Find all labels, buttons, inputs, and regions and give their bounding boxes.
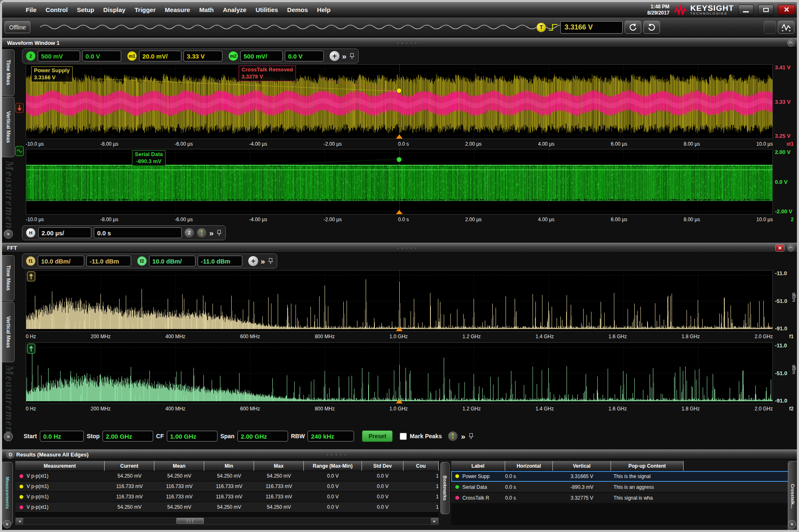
panel-expander-button[interactable]: « — [3, 520, 11, 528]
trigger-source-icon[interactable]: T — [536, 22, 546, 32]
pin-icon[interactable] — [268, 257, 274, 265]
bookmark-row[interactable]: Serial Data 0.0 s -890.3 mV This is an a… — [451, 482, 789, 493]
bookmark-row[interactable]: CrossTalk R 0.0 s 3.32775 V This signal … — [451, 493, 789, 503]
trigger-position-marker[interactable] — [396, 134, 403, 139]
fft-plot-1-canvas[interactable] — [26, 271, 772, 331]
fft-window-header[interactable]: FFT ✕ ◠ — [2, 243, 797, 253]
expand-chevron-icon[interactable]: » — [461, 432, 465, 440]
measurement-row[interactable]: V p-p(xt1) 54.250 mV 54.250 mV 54.250 mV… — [15, 471, 439, 481]
tab-time-meas[interactable]: Time Meas — [2, 49, 15, 96]
touch-button[interactable] — [764, 21, 776, 34]
channel2-marker-icon[interactable] — [15, 146, 24, 156]
center-frequency-marker[interactable] — [396, 327, 403, 331]
menu-item[interactable]: File — [22, 5, 40, 15]
menu-item[interactable]: Display — [100, 5, 129, 15]
results-header[interactable]: Results (Measure All Edges) — [2, 449, 797, 459]
display-options-icon[interactable] — [197, 228, 207, 238]
column-header[interactable]: Mean — [154, 461, 204, 471]
fft-plot-2-canvas[interactable] — [26, 343, 772, 403]
column-header[interactable]: Measurement — [15, 461, 105, 471]
tab-measurements[interactable]: Measurements — [2, 462, 13, 524]
waveform-tools-button[interactable] — [778, 21, 794, 34]
run-state-button[interactable]: Offline — [5, 21, 30, 33]
m1-ground-marker-icon[interactable] — [15, 103, 24, 113]
column-header[interactable]: Horizontal — [505, 461, 553, 471]
tab-vertical-meas[interactable]: Vertical Meas — [2, 302, 15, 362]
menu-item[interactable]: Math — [195, 5, 217, 15]
span-field[interactable]: 2.00 GHz — [237, 431, 288, 442]
pin-icon[interactable] — [468, 432, 474, 440]
results-settings-button[interactable] — [6, 450, 15, 459]
column-header[interactable]: Range (Max-Min) — [304, 461, 362, 471]
horizontal-scrollbar[interactable]: ◄ ► — [15, 517, 439, 525]
menu-item[interactable]: Analyze — [219, 5, 250, 15]
tab-time-meas[interactable]: Time Meas — [2, 255, 15, 301]
drag-handle-dots-icon[interactable] — [327, 451, 347, 458]
measurement-row[interactable]: V p-p(xt1) 54.250 mV 54.250 mV 54.250 mV… — [15, 502, 439, 512]
channel-scale-field[interactable]: 20.0 mV/ — [139, 51, 181, 61]
column-header[interactable]: Pop-up Content — [611, 461, 684, 471]
mark-peaks-checkbox[interactable] — [400, 433, 407, 440]
preset-button[interactable]: Preset — [362, 430, 393, 442]
function-scale-field[interactable]: 10.0 dBm/ — [38, 256, 84, 266]
bookmark-marker-power-supply[interactable] — [396, 88, 402, 93]
channel-toggle[interactable]: 2 — [26, 51, 36, 61]
undo-button[interactable] — [625, 21, 641, 34]
column-header[interactable]: Min — [204, 461, 254, 471]
column-header[interactable]: Max — [254, 461, 304, 471]
panel-expander-button[interactable]: « — [788, 520, 796, 528]
center-frequency-field[interactable]: 1.00 GHz — [167, 431, 217, 442]
channel-scale-field[interactable]: 500 mV/ — [240, 51, 283, 61]
window-collapse-button[interactable]: ◠ — [787, 244, 794, 251]
bookmark-flag-serial-data[interactable]: Serial Data -890.3 mV — [132, 150, 166, 166]
panel-expander-button[interactable]: » — [4, 432, 13, 441]
channel-offset-field[interactable]: 0.0 V — [82, 51, 121, 61]
pin-icon[interactable] — [216, 229, 222, 237]
bookmark-marker-serial-data[interactable] — [396, 157, 402, 162]
bookmark-flag-crosstalk[interactable]: CrossTalk Removed 3.3278 V — [239, 66, 296, 81]
expand-chevron-icon[interactable]: » — [261, 257, 265, 265]
trigger-position-marker[interactable] — [396, 210, 403, 214]
column-header[interactable]: Label — [451, 461, 505, 471]
tab-vertical-meas[interactable]: Vertical Meas — [2, 97, 15, 157]
pin-icon[interactable] — [349, 52, 355, 60]
redo-button[interactable] — [643, 21, 660, 34]
waveform-window-header[interactable]: Waveform Window 1 ◠ — [2, 38, 797, 48]
start-frequency-field[interactable]: 0.0 Hz — [40, 431, 84, 442]
bookmark-row[interactable]: Power Supp 0.0 s 3.31665 V This is the s… — [451, 471, 789, 482]
fft-plot-1[interactable] — [26, 270, 773, 332]
timebase-scale-field[interactable]: 2.00 µs/ — [38, 227, 91, 238]
waveform-plot-1-canvas[interactable] — [26, 65, 772, 139]
maximize-button[interactable] — [758, 5, 774, 15]
menu-item[interactable]: Setup — [73, 5, 98, 15]
function-toggle[interactable]: f2 — [137, 256, 147, 266]
bookmark-flag-power-supply[interactable]: Power Supply 3.3166 V — [31, 66, 73, 82]
add-waveform-button[interactable]: + — [330, 51, 340, 61]
column-header[interactable]: Cou — [403, 461, 439, 471]
drag-handle-dots-icon[interactable] — [397, 245, 418, 251]
f1-marker-icon[interactable] — [27, 271, 35, 281]
scrollbar-thumb[interactable] — [176, 518, 204, 524]
horizontal-button[interactable]: H — [26, 228, 36, 238]
scroll-left-arrow[interactable]: ◄ — [16, 518, 23, 525]
drag-handle-dots-icon[interactable] — [397, 40, 418, 46]
measurement-row[interactable]: V p-p(m1) 116.733 mV 116.733 mV 116.733 … — [15, 481, 439, 492]
function-offset-field[interactable]: -11.0 dBm — [198, 256, 242, 266]
zoom-button[interactable]: Z — [184, 228, 194, 238]
channel-scale-field[interactable]: 500 mV — [38, 51, 80, 61]
column-header[interactable]: Std Dev — [362, 461, 403, 471]
menu-item[interactable]: Demos — [283, 5, 312, 15]
function-toggle[interactable]: f1 — [26, 256, 36, 266]
function-offset-field[interactable]: -11.0 dBm — [86, 256, 131, 266]
waveform-plot-2[interactable]: Serial Data -890.3 mV — [26, 149, 773, 215]
add-function-button[interactable]: + — [248, 256, 258, 266]
fft-plot-2[interactable] — [26, 342, 773, 404]
scroll-right-arrow[interactable]: ► — [431, 518, 438, 525]
close-button[interactable]: ✕ — [778, 5, 795, 15]
waveform-plot-1[interactable]: Power Supply 3.3166 V CrossTalk Removed … — [26, 64, 773, 139]
menu-item[interactable]: Utilities — [252, 5, 282, 15]
minimize-button[interactable] — [738, 5, 754, 15]
expand-chevron-icon[interactable]: » — [209, 229, 214, 237]
channel-toggle[interactable]: m1 — [127, 51, 137, 61]
panel-expander-button[interactable]: » — [4, 229, 13, 239]
